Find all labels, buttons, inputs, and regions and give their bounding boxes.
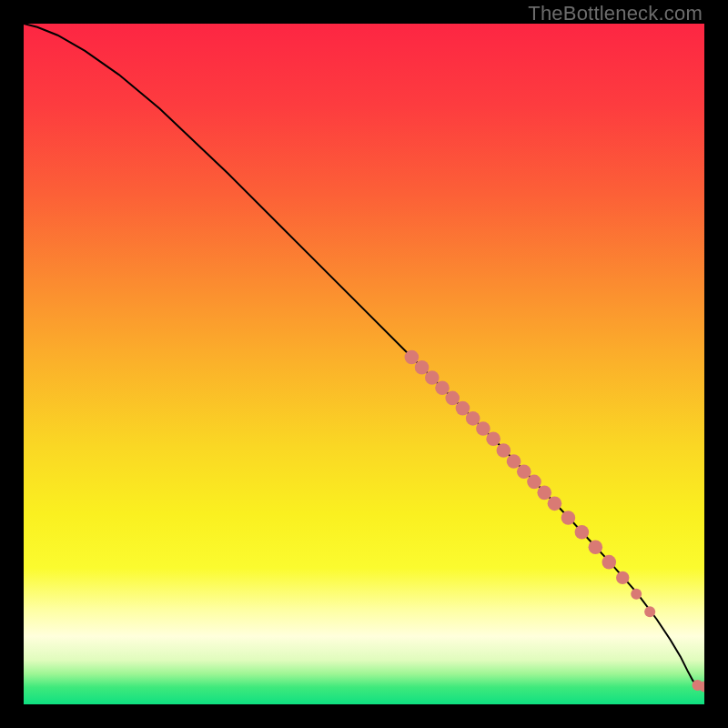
scatter-dot [445,391,460,406]
scatter-dot [405,350,420,365]
scatter-dot [517,464,531,479]
scatter-dot [456,401,470,416]
scatter-dot [575,525,590,540]
scatter-dot [466,411,480,426]
scatter-dot [435,380,450,395]
scatter-dot [507,454,521,469]
scatter-dot [476,421,490,436]
scatter-dot [602,555,616,570]
scatter-dot [644,606,655,617]
scatter-dot [537,486,551,500]
chart-frame: TheBottleneck.com [0,0,728,728]
gradient-background [24,24,704,704]
scatter-dot [616,571,629,584]
chart-svg [24,24,704,704]
plot-area [24,24,704,704]
scatter-dot [631,589,642,600]
watermark-text: TheBottleneck.com [528,2,703,25]
scatter-dot [527,475,541,490]
scatter-dot [497,443,511,458]
scatter-dot [415,360,430,375]
scatter-dot [548,497,562,511]
scatter-dot [589,540,603,554]
scatter-dot [561,511,576,525]
scatter-dot [425,370,440,385]
scatter-dot [486,431,500,446]
